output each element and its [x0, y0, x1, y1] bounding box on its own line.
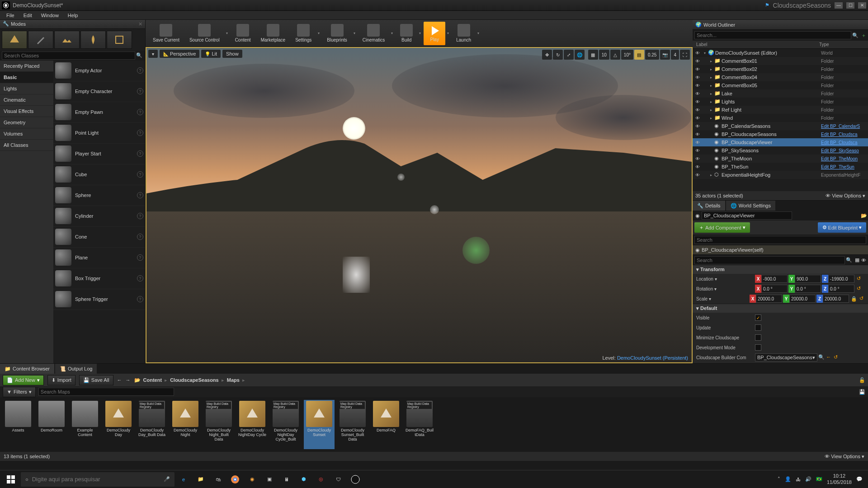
explorer-icon[interactable]: 📁 — [193, 471, 209, 488]
col-label[interactable]: Label — [696, 42, 819, 47]
taskbar-search[interactable]: ○ 🎤 — [21, 472, 175, 487]
help-icon[interactable]: ? — [137, 67, 143, 74]
scale-snap-button[interactable]: ▤ — [634, 50, 644, 60]
viewport[interactable]: ▾ 📐 Perspective 💡 Lit Show ✥ ↻ ⤢ 🌐 ▦ 10 … — [146, 47, 693, 363]
grid-snap-value[interactable]: 10 — [599, 50, 609, 60]
app-icon[interactable]: ◉ — [244, 471, 260, 488]
save-all-button[interactable]: 💾 Save All — [79, 375, 113, 385]
close-icon[interactable]: ✕ — [138, 21, 142, 27]
settings-button[interactable]: Settings — [291, 22, 316, 45]
visibility-icon[interactable]: 👁 — [694, 67, 701, 72]
modes-tab[interactable]: 🔧 Modes ✕ — [0, 20, 145, 29]
notifications-icon[interactable]: 💬 — [856, 476, 863, 482]
marketplace-icon[interactable]: ⚑ — [765, 2, 769, 8]
nav-back-icon[interactable]: ← — [117, 377, 122, 383]
help-icon[interactable]: ? — [137, 234, 143, 240]
asset-item[interactable]: DemoCloudy Night — [170, 400, 201, 449]
add-component-button[interactable]: ＋Add Component ▾ — [694, 222, 750, 233]
outliner-row[interactable]: 👁◉BP_CalendarSeasonsEdit BP_CalendarS — [693, 122, 868, 130]
edit-blueprint-button[interactable]: ⚙ Edit Blueprint ▾ — [818, 222, 866, 233]
search-icon[interactable]: 🔍 — [135, 52, 143, 60]
dropdown-icon[interactable]: ▾ — [316, 22, 321, 45]
visibility-icon[interactable]: 👁 — [694, 116, 701, 121]
help-icon[interactable]: ? — [137, 109, 143, 115]
asset-item[interactable]: Map Build Data RegistryDemoCloudy Day_Bu… — [137, 400, 167, 449]
tray-up-icon[interactable]: ˄ — [778, 476, 780, 482]
asset-item[interactable]: Map Build Data RegistryDemoCloudy NightD… — [270, 400, 301, 449]
view-options-dropdown[interactable]: 👁 View Options ▾ — [826, 193, 865, 199]
combo-input[interactable]: BP_CloudscapeSeasons▾ — [755, 353, 817, 361]
visibility-icon[interactable]: 👁 — [694, 75, 701, 80]
dropdown-icon[interactable]: ▾ — [476, 22, 481, 45]
checkbox[interactable] — [755, 324, 761, 331]
actor-item[interactable]: Cylinder? — [53, 206, 145, 227]
taskbar-search-input[interactable] — [32, 476, 160, 483]
marketplace-button[interactable]: Marketplace — [256, 22, 290, 45]
rotation-x-input[interactable]: X — [755, 285, 788, 293]
eye-icon[interactable]: 👁 — [861, 258, 866, 263]
actor-item[interactable]: Empty Pawn? — [53, 102, 145, 123]
outliner-search-input[interactable] — [694, 31, 851, 39]
asset-item[interactable]: Map Build Data RegistryDemoCloudy Night_… — [203, 400, 234, 449]
outliner-row[interactable]: 👁▸📁CommentBox02Folder — [693, 65, 868, 73]
use-icon[interactable]: ← — [826, 354, 832, 361]
asset-item[interactable]: Map Build Data RegistryDemoCloudy Sunset… — [337, 400, 368, 449]
checkbox[interactable] — [755, 334, 761, 341]
visibility-icon[interactable]: 👁 — [694, 91, 701, 96]
help-icon[interactable]: ? — [137, 296, 143, 302]
actor-item[interactable]: Empty Actor? — [53, 61, 145, 81]
visibility-icon[interactable]: 👁 — [694, 51, 701, 56]
dropdown-icon[interactable]: ▾ — [417, 22, 423, 45]
outliner-row[interactable]: 👁◉BP_TheSunEdit BP_TheSun — [693, 163, 868, 171]
clock[interactable]: 10:1211/05/2018 — [827, 473, 852, 485]
help-icon[interactable]: ? — [137, 213, 143, 219]
actor-item[interactable]: Cone? — [53, 227, 145, 248]
checkbox[interactable] — [755, 314, 761, 321]
category-item[interactable]: Basic — [0, 72, 53, 83]
outliner-row[interactable]: 👁▸📁LightsFolder — [693, 98, 868, 106]
network-icon[interactable]: 🖧 — [796, 477, 801, 482]
lock-scale-icon[interactable]: 🔒 — [851, 296, 857, 302]
lit-dropdown[interactable]: 💡 Lit — [201, 50, 221, 58]
asset-item[interactable]: DemoRoom — [36, 400, 67, 449]
rotation-z-input[interactable]: Z — [822, 285, 854, 293]
view-options-dropdown[interactable]: 👁 View Options ▾ — [825, 454, 864, 460]
actor-item[interactable]: Sphere? — [53, 185, 145, 206]
visibility-icon[interactable]: 👁 — [694, 140, 701, 145]
edge-icon[interactable]: e — [175, 471, 192, 488]
actor-item[interactable]: Empty Character? — [53, 81, 145, 102]
asset-item[interactable]: DemoCloudy NightDay Cycle — [237, 400, 268, 449]
actor-item[interactable]: Sphere Trigger? — [53, 289, 145, 310]
perspective-dropdown[interactable]: 📐 Perspective — [160, 50, 199, 58]
landscape-mode-button[interactable] — [54, 31, 80, 49]
col-type[interactable]: Type — [819, 42, 864, 47]
help-icon[interactable]: ? — [137, 275, 143, 282]
blueprints-button[interactable]: Blueprints — [322, 22, 351, 45]
category-item[interactable]: Lights — [0, 83, 53, 94]
category-item[interactable]: All Classes — [0, 140, 53, 151]
dropdown-icon[interactable]: ▾ — [389, 22, 395, 45]
scale-snap-value[interactable]: 0.25 — [645, 50, 659, 60]
lock-icon[interactable]: 🔓 — [859, 377, 865, 383]
breadcrumb-item[interactable]: Content — [143, 377, 162, 383]
start-button[interactable] — [2, 471, 20, 488]
coord-space-button[interactable]: 🌐 — [575, 50, 585, 60]
visibility-icon[interactable]: 👁 — [694, 83, 701, 88]
outliner-row[interactable]: 👁◉BP_SkySeasonsEdit BP_SkySeaso — [693, 146, 868, 155]
visibility-icon[interactable]: 👁 — [694, 156, 701, 161]
outliner-row[interactable]: 👁◉BP_TheMoonEdit BP_TheMoon — [693, 155, 868, 163]
root-component[interactable]: ◉ BP_CloudscapeViewer(self) — [693, 245, 868, 254]
category-item[interactable]: Geometry — [0, 117, 53, 128]
outliner-row[interactable]: 👁▾🌍DemoCloudySunset (Editor)World — [693, 49, 868, 57]
dropdown-icon[interactable]: ▾ — [224, 22, 230, 45]
visibility-icon[interactable]: 👁 — [694, 59, 701, 64]
content-browser-tab[interactable]: 📁 Content Browser — [0, 364, 54, 374]
build-button[interactable]: Build — [396, 22, 417, 45]
scale-y-input[interactable]: Y — [783, 295, 816, 303]
outliner-row[interactable]: 👁▸📁CommentBox04Folder — [693, 73, 868, 81]
actor-item[interactable]: Point Light? — [53, 123, 145, 144]
epic-icon[interactable]: 🛡 — [330, 471, 346, 488]
help-icon[interactable]: ? — [137, 130, 143, 136]
help-icon[interactable]: ? — [137, 88, 143, 94]
reset-icon[interactable]: ↺ — [833, 354, 839, 361]
